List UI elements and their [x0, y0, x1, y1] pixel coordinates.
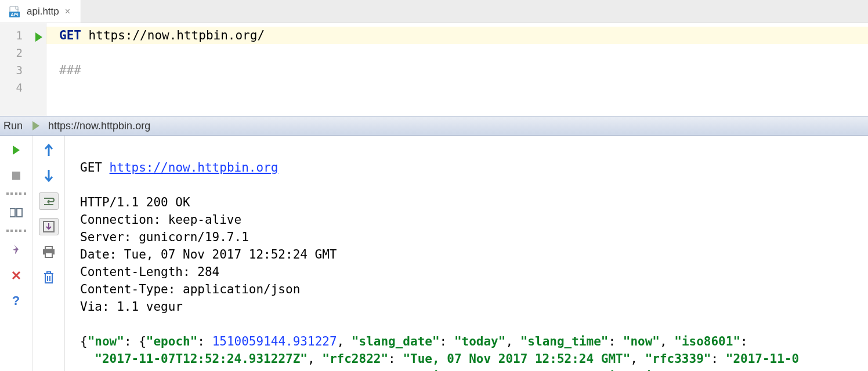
pin-icon[interactable] [6, 241, 26, 259]
arrow-up-icon[interactable] [39, 141, 59, 159]
tab-label: api.http [27, 6, 59, 17]
separator [6, 230, 26, 233]
response-body: {"now": {"epoch": 1510059144.931227, "sl… [80, 334, 799, 371]
close-icon[interactable]: × [64, 6, 71, 17]
code-line [59, 44, 856, 61]
arrow-down-icon[interactable] [39, 167, 59, 184]
svg-rect-3 [12, 172, 20, 180]
stop-icon[interactable] [6, 167, 26, 184]
trash-icon[interactable] [39, 269, 59, 286]
response-output[interactable]: GET https://now.httpbin.org HTTP/1.1 200… [65, 136, 868, 371]
request-url-link[interactable]: https://now.httpbin.org [110, 161, 279, 174]
status-line: HTTP/1.1 200 OK [80, 195, 190, 209]
close-icon[interactable] [6, 267, 26, 284]
play-icon[interactable] [26, 117, 46, 134]
response-header: Server: gunicorn/19.7.1 [80, 230, 249, 244]
http-method: GET [59, 28, 81, 42]
run-target: https://now.httpbin.org [48, 120, 150, 132]
run-icon[interactable] [6, 141, 26, 159]
http-url: https://now.httpbin.org/ [89, 28, 265, 42]
editor-tabbar: API api.http × [0, 0, 868, 23]
line-number: 1 [16, 29, 23, 42]
scroll-to-end-icon[interactable] [39, 218, 59, 235]
svg-rect-9 [45, 253, 52, 257]
svg-rect-5 [17, 209, 22, 217]
code-editor[interactable]: 1 2 3 4 GET https://now.httpbin.org/ ### [0, 23, 868, 116]
print-icon[interactable] [39, 243, 59, 261]
response-header: Connection: keep-alive [80, 213, 241, 227]
editor-gutter: 1 2 3 4 [0, 23, 46, 116]
editor-tab-api-http[interactable]: API api.http × [0, 0, 81, 23]
svg-rect-7 [45, 246, 52, 249]
line-number: 3 [16, 64, 23, 77]
response-header: Via: 1.1 vegur [80, 300, 183, 314]
run-toolwindow-header: Run https://now.httpbin.org [0, 116, 868, 136]
run-actions-secondary [32, 136, 65, 371]
svg-rect-4 [10, 209, 15, 217]
line-number: 4 [16, 81, 23, 94]
soft-wrap-icon[interactable] [39, 192, 59, 210]
run-label: Run [3, 120, 23, 132]
line-number: 2 [16, 46, 23, 59]
code-line [59, 79, 856, 96]
request-line: GET https://now.httpbin.org [80, 161, 278, 174]
code-line: GET https://now.httpbin.org/ [46, 27, 868, 44]
code-line: ### [59, 61, 856, 79]
help-icon[interactable]: ? [6, 292, 26, 310]
run-actions-primary: ? [0, 136, 32, 371]
layout-icon[interactable] [6, 204, 26, 221]
svg-text:API: API [10, 12, 18, 17]
code-area[interactable]: GET https://now.httpbin.org/ ### [46, 23, 868, 116]
response-header: Date: Tue, 07 Nov 2017 12:52:24 GMT [80, 248, 337, 261]
response-header: Content-Type: application/json [80, 282, 300, 296]
separator [6, 192, 26, 196]
response-header: Content-Length: 284 [80, 265, 219, 279]
run-toolwindow-body: ? GET https://now.httpbin.org HTTP/1.1 2… [0, 136, 868, 371]
http-file-icon: API [9, 5, 22, 18]
